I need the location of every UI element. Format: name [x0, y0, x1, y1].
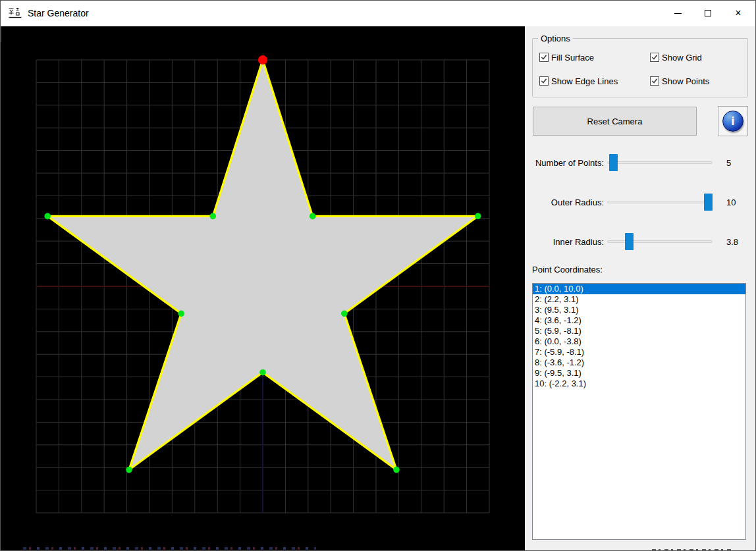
slider-row-inner-radius: Inner Radius: 3.8 [525, 232, 756, 251]
checkbox-show-points[interactable]: Show Points [650, 76, 709, 86]
slider-handle[interactable] [625, 233, 634, 250]
checkbox-label: Show Edge Lines [551, 76, 618, 86]
list-item[interactable]: 3: (9.5, 3.1) [533, 305, 745, 315]
maximize-icon [705, 10, 711, 16]
slider-handle[interactable] [609, 154, 618, 171]
options-group-title: Options [538, 34, 573, 43]
list-item[interactable]: 5: (5.9, -8.1) [533, 326, 745, 336]
titlebar: Star Generator × [0, 0, 756, 26]
slider-label: Inner Radius: [525, 237, 604, 247]
list-item[interactable]: 10: (-2.2, 3.1) [533, 379, 745, 389]
render-viewport [0, 26, 525, 551]
window-controls: × [662, 0, 753, 26]
info-button[interactable]: i [718, 106, 748, 136]
point-coordinates-label: Point Coordinates: [532, 265, 603, 275]
slider-value: 10 [726, 197, 736, 207]
checkmark-icon [651, 77, 659, 85]
checkbox-icon[interactable] [650, 53, 659, 62]
minimize-button[interactable] [662, 0, 693, 26]
list-item[interactable]: 1: (0.0, 10.0) [533, 284, 745, 294]
checkbox-fill-surface[interactable]: Fill Surface [539, 52, 594, 63]
checkbox-icon[interactable] [539, 76, 549, 86]
number-of-points-slider[interactable] [607, 161, 713, 164]
list-item[interactable]: 9: (-9.5, 3.1) [533, 368, 745, 379]
star-canvas[interactable] [0, 26, 525, 551]
bottom-clipped-pixels [23, 547, 316, 550]
checkbox-label: Show Grid [662, 53, 702, 63]
slider-handle[interactable] [704, 194, 713, 211]
checkbox-label: Show Points [662, 76, 709, 86]
minimize-icon [674, 13, 682, 14]
slider-label: Outer Radius: [525, 197, 604, 207]
list-item[interactable]: 2: (2.2, 3.1) [533, 294, 745, 305]
close-icon: × [735, 8, 741, 18]
slider-row-number-of-points: Number of Points: 5 [525, 153, 756, 172]
close-button[interactable]: × [723, 0, 753, 26]
info-icon: i [722, 111, 743, 132]
list-item[interactable]: 4: (3.6, -1.2) [533, 315, 745, 326]
viewport-edge-artifact [0, 26, 1, 42]
list-item[interactable]: 7: (-5.9, -8.1) [533, 347, 745, 357]
list-item[interactable]: 6: (0.0, -3.8) [533, 336, 745, 347]
point-coordinates-list[interactable]: 1: (0.0, 10.0) 2: (2.2, 3.1) 3: (9.5, 3.… [532, 283, 746, 540]
slider-row-outer-radius: Outer Radius: 10 [525, 193, 756, 211]
viewport-left-border [0, 66, 1, 551]
outer-radius-slider[interactable] [607, 201, 713, 203]
checkmark-icon [651, 53, 659, 61]
slider-label: Number of Points: [525, 158, 604, 168]
options-groupbox: Options Fill Surface Show Grid Show Edge… [532, 38, 748, 97]
info-icon-glyph: i [731, 115, 734, 127]
window-title: Star Generator [28, 8, 89, 18]
checkbox-icon[interactable] [539, 53, 549, 62]
slider-value: 3.8 [726, 237, 738, 247]
maximize-button[interactable] [693, 0, 723, 26]
checkmark-icon [540, 53, 548, 61]
slider-value: 5 [726, 158, 731, 168]
list-item[interactable]: 8: (-3.6, -1.2) [533, 357, 745, 368]
checkbox-show-edge-lines[interactable]: Show Edge Lines [539, 76, 618, 86]
checkbox-icon[interactable] [650, 76, 659, 86]
control-panel: Options Fill Surface Show Grid Show Edge… [525, 26, 756, 551]
checkbox-label: Fill Surface [551, 53, 594, 63]
reset-camera-button[interactable]: Reset Camera [533, 107, 697, 136]
checkbox-show-grid[interactable]: Show Grid [650, 52, 702, 63]
inner-radius-slider[interactable] [607, 240, 713, 243]
app-icon [8, 7, 22, 19]
star-generator-window: { "window": { "title": "Star Generator",… [0, 0, 756, 551]
checkmark-icon [540, 77, 548, 85]
